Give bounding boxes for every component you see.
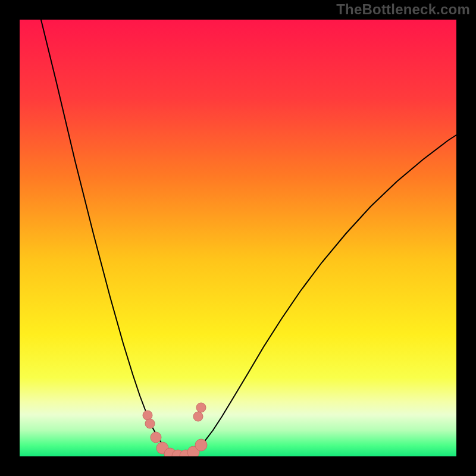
plot-svg [20,20,456,456]
chart-frame: TheBottleneck.com [0,0,476,476]
plot-area [20,20,456,456]
curve-marker [193,412,203,421]
curve-marker [143,411,152,420]
curve-marker [196,403,206,412]
curve-marker [195,439,207,451]
curve-marker [145,419,155,428]
watermark-text: TheBottleneck.com [336,1,470,18]
curve-marker [151,432,161,443]
